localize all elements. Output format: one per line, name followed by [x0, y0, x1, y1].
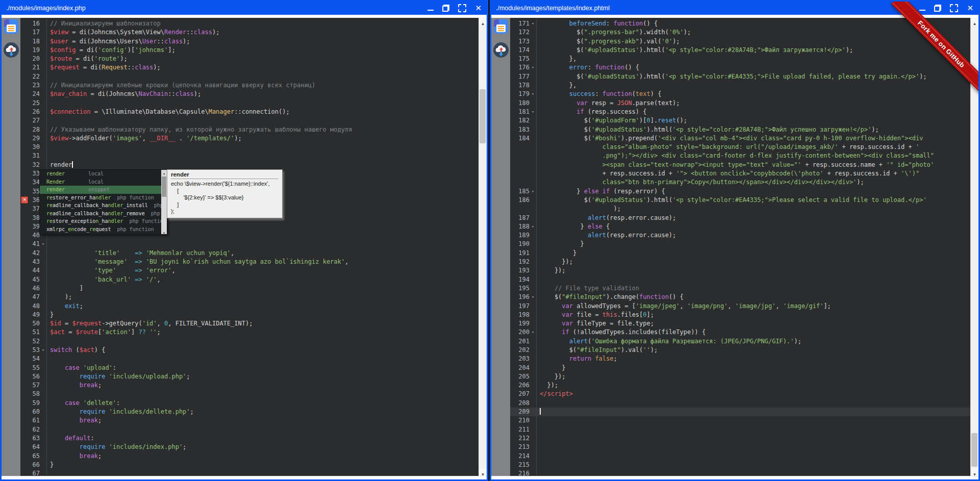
gutter-spacer — [530, 469, 537, 476]
code-line: 208 — [510, 399, 970, 408]
code-line: 43 'message' => 'BU joyni ko`rish uchun … — [20, 258, 479, 266]
autocomplete-item-type: php function — [130, 218, 161, 224]
line-number: 20 — [20, 55, 40, 63]
line-number: 46 — [20, 284, 40, 293]
code-line: 194 — [510, 275, 970, 284]
code-line: 207</script> — [510, 390, 970, 398]
line-number: 43 — [20, 258, 40, 266]
fold-toggle-icon[interactable] — [530, 222, 537, 231]
gutter-spacer — [530, 249, 537, 258]
line-number: 29 — [20, 134, 40, 143]
autocomplete-item[interactable]: rendersnippet — [40, 186, 161, 194]
gutter-spacer — [530, 169, 537, 178]
autocomplete-scrollbar[interactable] — [161, 170, 167, 234]
scroll-down-icon[interactable] — [479, 469, 487, 476]
code-editor-right[interactable]: 171 beforeSend: function() {172 $(".prog… — [510, 18, 978, 476]
scroll-down-icon[interactable] — [971, 469, 978, 476]
line-number: 38 — [20, 214, 40, 222]
minimize-icon[interactable] — [428, 10, 434, 11]
code-text: $('#uploadStatus').html('<p style="color… — [537, 72, 970, 81]
fullscreen-icon[interactable] — [950, 4, 958, 12]
code-line: 18$user = di(Johncms\Users\User::class); — [20, 37, 479, 46]
horizontal-scrollbar[interactable] — [491, 476, 978, 479]
gutter-spacer — [40, 275, 47, 284]
fold-toggle-icon[interactable] — [530, 19, 537, 28]
save-icon[interactable] — [4, 19, 19, 34]
scroll-up-icon[interactable] — [971, 18, 978, 25]
code-text: $route = di('route'); — [47, 55, 479, 63]
restore-icon[interactable] — [934, 5, 941, 12]
close-icon[interactable] — [475, 4, 482, 13]
autocomplete-item[interactable]: xmlrpc_encode_requestphp function — [40, 225, 161, 234]
gutter-spacer — [40, 249, 47, 258]
gutter-spacer — [530, 28, 537, 37]
scroll-up-icon[interactable] — [479, 18, 487, 25]
cloud-sync-icon[interactable] — [3, 42, 19, 58]
autocomplete-item[interactable]: renderlocal — [40, 170, 161, 178]
code-line: 42 'title' => 'Mehmonlar uchun yopiq', — [20, 249, 479, 258]
fold-toggle-icon[interactable] — [530, 293, 537, 301]
line-number: 178 — [510, 81, 530, 90]
code-area[interactable]: 16// Инициализируем шаблонизатор17$view … — [20, 18, 479, 476]
line-number: 185 — [510, 187, 530, 196]
code-line: 216 — [510, 469, 970, 476]
code-text — [537, 275, 970, 284]
titlebar-left[interactable]: ./modules/images/index.php — [2, 2, 487, 15]
scroll-thumb[interactable] — [480, 89, 486, 143]
code-text: error: function() { — [537, 63, 970, 72]
code-line: 53switch ($act) { — [20, 346, 479, 355]
fold-toggle-icon[interactable] — [530, 63, 537, 72]
restore-icon[interactable] — [442, 5, 449, 12]
scroll-up-icon[interactable] — [161, 170, 167, 174]
code-line: 177 $('#uploadStatus').html('<p style="c… — [510, 72, 970, 81]
fold-toggle-icon[interactable] — [40, 240, 47, 248]
autocomplete-item-name: restore_exception_handler — [46, 217, 123, 225]
fullscreen-icon[interactable] — [458, 4, 466, 12]
autocomplete-item[interactable]: readline_callback_handler_removephp func… — [40, 210, 161, 218]
code-line: + resp.success.id + '"> <button onclick=… — [510, 169, 970, 178]
scroll-thumb[interactable] — [971, 433, 977, 467]
code-line: 210 — [510, 416, 970, 425]
fold-toggle-icon[interactable] — [40, 346, 47, 355]
code-line: 52 — [20, 337, 479, 346]
code-line: 61 break; — [20, 416, 479, 425]
code-text: $view = di(Johncms\System\View\Render::c… — [47, 28, 479, 37]
code-line: 54 — [20, 355, 479, 363]
code-text — [47, 469, 479, 476]
close-icon[interactable] — [967, 4, 973, 13]
autocomplete-item[interactable]: readline_callback_handler_installphp fun… — [40, 201, 161, 210]
line-number — [510, 205, 530, 213]
error-marker-icon[interactable] — [21, 196, 28, 204]
scroll-down-icon[interactable] — [161, 230, 167, 234]
code-line: 47 ); — [20, 293, 479, 301]
autocomplete-item[interactable]: restore_exception_handlerphp function — [40, 217, 161, 225]
vertical-scrollbar[interactable] — [479, 18, 487, 476]
code-line: 56 require 'includes/upload.php'; — [20, 372, 479, 381]
line-number: 53 — [20, 346, 40, 355]
code-area[interactable]: 171 beforeSend: function() {172 $(".prog… — [510, 18, 970, 476]
fold-toggle-icon[interactable] — [530, 187, 537, 196]
code-line: 59 case 'dellete': — [20, 399, 479, 408]
cloud-sync-icon[interactable] — [493, 42, 509, 58]
line-number: 22 — [20, 72, 40, 81]
code-text: $connection = \Illuminate\Database\Capsu… — [47, 108, 479, 116]
line-number: 189 — [510, 231, 530, 240]
gutter-spacer — [530, 275, 537, 284]
fold-toggle-icon[interactable] — [530, 90, 537, 98]
code-text — [47, 337, 479, 346]
save-icon[interactable] — [493, 19, 509, 34]
fold-toggle-icon[interactable] — [530, 328, 537, 337]
code-text — [47, 72, 479, 81]
line-number: 40 — [20, 231, 40, 240]
fold-toggle-icon[interactable] — [530, 108, 537, 116]
line-number: 205 — [510, 372, 530, 381]
autocomplete-item[interactable]: restore_error_handlerphp function — [40, 194, 161, 202]
line-number: 32 — [20, 161, 40, 169]
autocomplete-item[interactable]: Renderlocal — [40, 178, 161, 186]
code-editor-left[interactable]: 16// Инициализируем шаблонизатор17$view … — [20, 18, 487, 476]
minimize-icon[interactable] — [919, 10, 925, 11]
scroll-thumb[interactable] — [162, 176, 166, 197]
gutter-spacer — [530, 46, 537, 55]
horizontal-scrollbar[interactable] — [2, 476, 487, 479]
code-text: alert(resp.error.cause); — [537, 214, 970, 222]
